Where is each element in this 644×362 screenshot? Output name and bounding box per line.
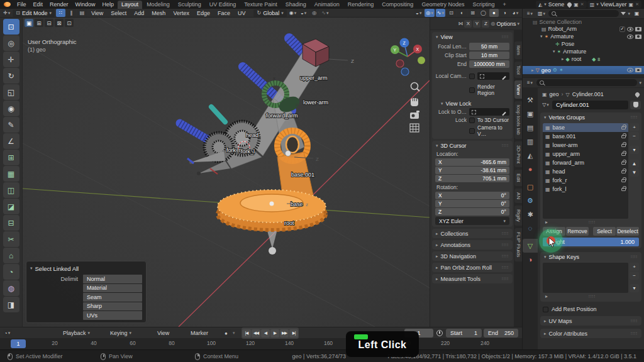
workspace-tab-geometry-nodes[interactable]: Geometry Nodes [418,1,468,9]
proportional-editing-button[interactable]: ◎ [309,9,319,17]
tab-scene[interactable]: ◭ [523,148,538,162]
render-visibility-icon[interactable] [635,27,641,31]
focal-length-field[interactable]: 50 mm [469,43,509,50]
use-preview-range-button[interactable] [436,327,443,339]
menu-add[interactable]: Add [131,10,147,16]
new-scene-icon[interactable]: ▣ [574,2,579,8]
timeline-ruler[interactable]: 20 40 60 80 100 120 140 160 180 200 220 … [0,339,522,349]
face-select-mode-button[interactable]: ▤ [77,9,87,17]
outliner-row-robot-arm[interactable]: ▤ Robot_Arm ✓ [523,25,644,33]
tab-an[interactable]: AN [514,189,522,203]
pan-orbit-panel[interactable]: ▸Pan Orbit Zoom Roll∷∷ [432,263,513,272]
filter-chevron-icon[interactable]: ▾ [639,80,641,85]
outliner-row-scene-collection[interactable]: ▤ Scene Collection [523,19,644,25]
menu-vertex[interactable]: Vertex [170,10,192,16]
workspace-tab-modeling[interactable]: Modeling [143,1,174,9]
menu-face[interactable]: Face [214,10,233,16]
nav-3d-panel[interactable]: ▸3D Navigation∷∷ [432,251,513,261]
menu-help[interactable]: Help [99,0,118,9]
workspace-tab-animation[interactable]: Animation [311,1,343,9]
annotations-panel[interactable]: ▸Annotations∷∷ [432,240,513,250]
outliner-row-pose[interactable]: ✛ Pose [523,40,644,48]
jump-to-end-button[interactable]: ▶| [289,329,298,337]
cursor-ry-field[interactable]: Y0° [435,200,509,207]
tab-flip-fluids[interactable]: FLIP Fluids [514,228,522,261]
tab-render[interactable]: ▣ [523,107,538,121]
properties-search-input[interactable] [536,79,637,86]
delimit-option-normal[interactable]: Normal [83,275,142,283]
render-visibility-icon[interactable] [635,68,641,72]
clip-end-field[interactable]: 1000000 mm [469,60,509,68]
eyedropper-icon[interactable] [501,109,507,115]
lock-to-object-field[interactable] [469,108,509,116]
hide-eye-icon[interactable] [627,35,633,39]
view-lock-subpanel[interactable]: View Lock [446,101,472,107]
show-gizmo-button[interactable]: ⊡ [447,9,456,17]
display-mode-button[interactable]: ≡▾ [525,9,535,18]
lock-to-cursor-checkbox[interactable] [469,118,475,123]
color-attributes-panel[interactable]: ▸Color Attributes∷∷ [540,329,641,338]
proportional-editing-toggle[interactable]: ◎▾ [425,9,435,17]
editor-type-button[interactable]: ≡▾ [525,79,535,87]
expander-icon[interactable]: ▾ [553,49,555,54]
menu-marker[interactable]: Marker [191,327,208,339]
local-camera-field[interactable] [477,72,509,80]
mirror-z-button[interactable]: Z [482,20,489,28]
outliner-row-geo-selected[interactable]: ▸ ▽ geo ⚙ ✶ [523,66,644,74]
uv-maps-panel[interactable]: ▸UV Maps∷∷ [540,316,641,326]
tool-poly-build[interactable]: ⌂ [3,248,19,263]
tool-transform[interactable]: ◉ [3,101,19,116]
select-mode-subtract-icon[interactable]: ⊟ [45,19,53,27]
tool-scale[interactable]: ◱ [3,84,19,100]
lock-icon[interactable] [621,188,626,191]
add-vgroup-button[interactable]: + [630,123,639,131]
tool-add-cube[interactable]: ⊞ [3,150,19,165]
delimit-option-uvs[interactable]: UVs [83,311,142,320]
lock-icon[interactable] [621,135,626,138]
tab-world[interactable]: ● [523,162,538,176]
auto-key-button[interactable]: ●▾ [221,327,235,339]
move-up-button[interactable]: ▲ [630,160,639,168]
measureit-panel[interactable]: ▸MeasureIt Tools∷∷ [432,274,513,283]
outliner-search-input[interactable] [548,10,619,17]
move-down-button[interactable]: ▼ [630,168,639,177]
breadcrumb-object[interactable]: geo [550,91,559,97]
play-reverse-button[interactable]: ◀ [261,329,270,337]
camera-view-icon[interactable] [410,111,419,119]
tab-loop-tools[interactable]: loop tools tab [514,101,522,139]
tool-inset-faces[interactable]: ◫ [3,182,19,198]
tab-tool[interactable]: ⚒ [523,93,538,107]
menu-mesh[interactable]: Mesh [148,10,169,16]
vgroup-fork-r[interactable]: ▦fork_r [543,176,628,185]
lock-icon[interactable] [621,144,626,147]
drag-dots-icon[interactable]: ∷∷ [502,35,509,40]
workspace-tab-layout[interactable]: Layout [118,1,142,9]
collections-panel[interactable]: ▸Collections∷∷ [432,229,513,238]
fake-user-button[interactable] [630,101,641,109]
workspace-tab-compositing[interactable]: Compositing [378,1,417,9]
filter-object-button[interactable]: ▥▾ [536,9,547,18]
tool-spin[interactable]: ◔ [3,264,19,280]
vgroup-forward-arm[interactable]: ▦forward_arm [543,158,628,167]
menu-file[interactable]: File [14,0,30,9]
menu-window[interactable]: Window [72,0,99,9]
frame-end-field[interactable]: End250 [484,329,518,337]
vgroup-base-001[interactable]: ▦base.001 [543,132,628,141]
mesh-data-dropdown[interactable]: ▽▾ [541,101,550,109]
snap-icon-button[interactable]: ◒▾ [414,9,423,17]
select-mode-invert-icon[interactable]: ⊠ [55,19,64,27]
add-shapekey-button[interactable]: + [630,263,639,271]
grid-toggle-icon[interactable] [410,124,419,132]
pan-hand-icon[interactable] [411,98,418,106]
workspace-tab-sculpting[interactable]: Sculpting [174,1,205,9]
tab-rigify[interactable]: Rigify [514,206,522,226]
snap-magnet-button[interactable]: ◒▾ [299,9,308,17]
lock-icon[interactable] [621,162,626,165]
vgroup-fork-l[interactable]: ▦fork_l [543,185,628,194]
blender-logo-icon[interactable] [4,2,11,7]
xray-toggle-button[interactable]: ⊞ [468,9,477,17]
outliner-row-armature-data[interactable]: ▾ ✶ Armature [523,48,644,55]
delimit-option-material[interactable]: Material [83,284,142,293]
tool-smooth[interactable]: ◍ [3,280,19,296]
shading-rendered-button[interactable]: ◕▾ [511,9,520,17]
